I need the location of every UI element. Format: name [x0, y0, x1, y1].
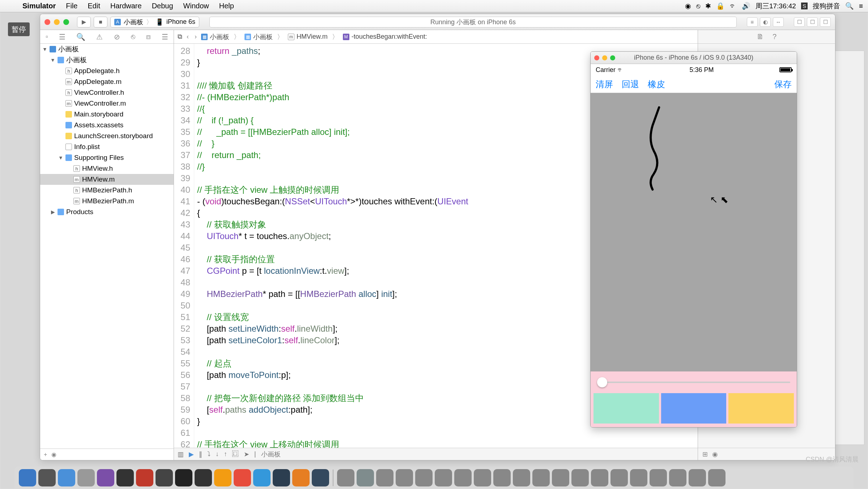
activity-status: Running 小画板 on iPhone 6s — [209, 17, 737, 27]
step-over-icon: ⤵ — [207, 450, 210, 458]
editor-version[interactable]: ↔ — [773, 17, 784, 27]
run-button[interactable]: ▶ — [77, 17, 91, 27]
wifi-icon[interactable]: ᯤ — [730, 2, 737, 10]
scheme-selector[interactable]: A小画板 〉 📱iPhone 6s — [110, 17, 199, 27]
editor-assistant[interactable]: ◐ — [760, 17, 771, 27]
app-name[interactable]: Simulator — [17, 2, 61, 10]
save-button[interactable]: 保存 — [774, 78, 792, 90]
search-icon[interactable]: 🔍 — [845, 2, 854, 10]
status-icon[interactable]: ⎋ — [696, 2, 700, 10]
ime-icon[interactable]: S — [801, 3, 808, 9]
location-icon: ➤ — [244, 450, 249, 458]
color-swatch-blue[interactable] — [661, 393, 727, 424]
step-out-icon: ↑ — [224, 450, 227, 458]
ios-simulator: iPhone 6s - iPhone 6s / iOS 9.0 (13A340)… — [590, 51, 797, 428]
undo-button[interactable]: 回退 — [622, 78, 639, 90]
menu-edit[interactable]: Edit — [82, 2, 105, 10]
color-swatch-yellow[interactable] — [728, 393, 794, 424]
app-navbar: 清屏 回退 橡皮 保存 — [591, 76, 797, 93]
mac-menubar: Simulator File Edit Hardware Debug Windo… — [0, 0, 868, 12]
xcode-toolbar: ▶ ■ A小画板 〉 📱iPhone 6s Running 小画板 on iPh… — [40, 14, 835, 30]
stop-button[interactable]: ■ — [94, 17, 107, 27]
forward-icon[interactable]: › — [193, 33, 198, 41]
breakpoints-icon: ▶ — [189, 450, 194, 458]
drawing-canvas[interactable]: ↖ ⬉ — [591, 93, 797, 371]
navigator-tabs[interactable]: ▫☰🔍⚠⊘⎋⧈☰ — [40, 30, 174, 44]
status-time: 5:36 PM — [689, 66, 714, 74]
file-inspector-icon[interactable]: 🗎 — [757, 33, 764, 41]
project-nav-icon: ▫ — [46, 33, 48, 41]
lock-icon[interactable]: 🔒 — [716, 2, 725, 10]
window-controls[interactable] — [44, 19, 69, 25]
help-inspector-icon[interactable]: ? — [773, 33, 776, 41]
wifi-icon: ᯤ — [617, 66, 624, 73]
library-icon[interactable]: ⊞ — [702, 450, 708, 458]
library-target-icon[interactable]: ◉ — [712, 450, 718, 458]
line-gutter: 2829303132333435363738394041424344454647… — [174, 44, 194, 448]
add-icon[interactable]: + — [44, 451, 47, 458]
back-icon[interactable]: ‹ — [185, 33, 190, 41]
project-tree[interactable]: ▼小画板▼小画板hAppDelegate.hmAppDelegate.mhVie… — [40, 44, 174, 448]
pause-badge[interactable]: 暂停 — [8, 22, 30, 36]
menu-file[interactable]: File — [61, 2, 82, 10]
toggle-navigator[interactable]: ☐ — [794, 17, 805, 27]
hide-debug-icon: ▥ — [178, 450, 184, 458]
related-items-icon[interactable]: ⧉ — [178, 33, 182, 41]
menu-hardware[interactable]: Hardware — [105, 2, 147, 10]
status-icon[interactable]: ◉ — [685, 2, 691, 10]
simulator-titlebar[interactable]: iPhone 6s - iPhone 6s / iOS 9.0 (13A340) — [591, 52, 797, 64]
menu-help[interactable]: Help — [214, 2, 239, 10]
menu-icon[interactable]: ≡ — [859, 2, 863, 10]
step-in-icon: ↓ — [216, 450, 219, 458]
jump-bar[interactable]: ⧉ ‹ › ▦小画板 〉 ▦小画板 〉 mHMView.m 〉 M-touche… — [174, 30, 698, 44]
volume-icon[interactable]: 🔊 — [742, 2, 750, 10]
filter-icon[interactable]: ◉ — [51, 451, 56, 458]
continue-icon: ‖ — [199, 450, 202, 458]
eraser-button[interactable]: 橡皮 — [648, 78, 665, 90]
clear-button[interactable]: 清屏 — [596, 78, 613, 90]
menu-debug[interactable]: Debug — [147, 2, 178, 10]
tools-panel — [591, 371, 797, 427]
debug-bar[interactable]: ▥ ▶ ‖ ⤵ ↓ ↑ ⿴ ➤ | 小画板 — [174, 448, 698, 460]
bluetooth-icon[interactable]: ✱ — [705, 2, 711, 10]
editor-standard[interactable]: ≡ — [747, 17, 758, 27]
toggle-debug[interactable]: ☐ — [807, 17, 818, 27]
view-debug-icon: ⿴ — [232, 450, 239, 458]
ios-statusbar: Carrier ᯤ 5:36 PM — [591, 64, 797, 76]
battery-icon — [779, 67, 792, 72]
menubar-clock[interactable]: 周三17:36:42 — [756, 1, 796, 11]
watermark: CSDN @清风清晨 — [806, 455, 859, 464]
menu-window[interactable]: Window — [178, 2, 214, 10]
color-swatch-green[interactable] — [593, 393, 659, 424]
navigator-panel: ▫☰🔍⚠⊘⎋⧈☰ ▼小画板▼小画板hAppDelegate.hmAppDeleg… — [40, 30, 174, 460]
linewidth-slider[interactable] — [597, 382, 790, 383]
ime-name[interactable]: 搜狗拼音 — [813, 1, 840, 11]
mac-dock[interactable] — [14, 467, 854, 489]
cursor-icon: ↖ ⬉ — [710, 194, 728, 205]
toggle-utilities[interactable]: ☐ — [820, 17, 831, 27]
